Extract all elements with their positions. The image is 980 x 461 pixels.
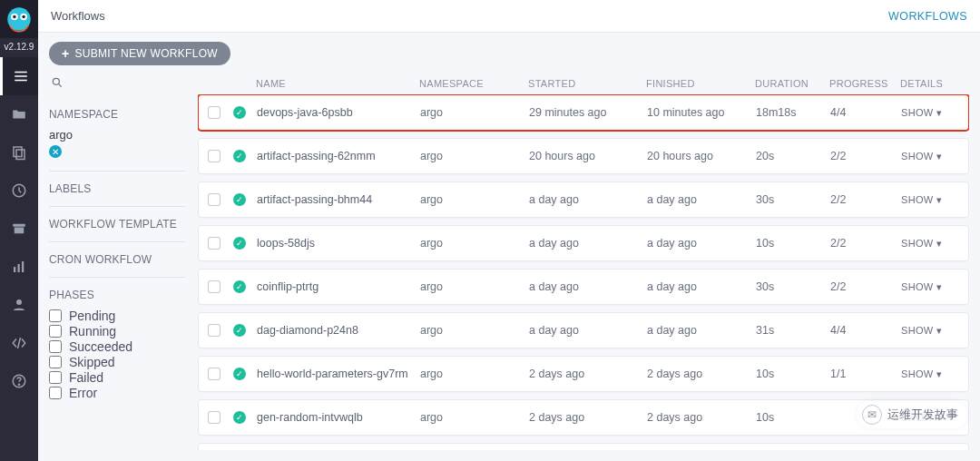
divider (49, 277, 185, 278)
phase-checkbox[interactable] (49, 309, 62, 322)
row-show-button[interactable]: SHOW ▾ (901, 107, 957, 119)
row-checkbox[interactable] (208, 150, 220, 162)
workflow-table: NAME NAMESPACE STARTED FINISHED DURATION… (198, 73, 969, 450)
svg-point-16 (16, 299, 22, 305)
svg-rect-11 (13, 224, 25, 227)
svg-rect-15 (22, 261, 24, 272)
template-title: WORKFLOW TEMPLATE (49, 218, 185, 230)
toolbar: + SUBMIT NEW WORKFLOW (38, 33, 980, 73)
phase-checkbox[interactable] (49, 387, 62, 399)
row-namespace: argo (420, 368, 529, 380)
nav-cron[interactable] (0, 172, 38, 210)
namespace-remove-icon[interactable]: ✕ (49, 145, 62, 158)
row-checkbox[interactable] (208, 411, 220, 424)
table-row[interactable]: ✓ coinflip-ptrtg argo a day ago a day ag… (198, 269, 969, 305)
row-name: loops-58djs (257, 237, 420, 250)
row-name: hello-world-parameters-gv7rm (257, 368, 420, 380)
svg-rect-14 (18, 264, 20, 272)
row-checkbox[interactable] (208, 237, 220, 250)
row-duration: 10s (756, 237, 830, 250)
workflows-link[interactable]: WORKFLOWS (888, 10, 967, 23)
status-success-icon: ✓ (233, 106, 246, 119)
row-started: a day ago (529, 237, 647, 250)
status-success-icon: ✓ (233, 324, 246, 337)
col-progress: PROGRESS (829, 78, 900, 89)
row-duration: 30s (756, 193, 830, 206)
row-checkbox[interactable] (208, 193, 220, 206)
svg-rect-9 (16, 150, 24, 160)
row-show-button[interactable]: SHOW ▾ (901, 281, 957, 293)
svg-line-20 (58, 83, 61, 86)
svg-rect-8 (14, 147, 22, 157)
nav-archive[interactable] (0, 210, 38, 248)
row-progress: 4/4 (830, 324, 901, 337)
nav-api[interactable] (0, 324, 38, 362)
row-show-button[interactable]: SHOW ▾ (901, 325, 957, 337)
row-checkbox[interactable] (208, 368, 220, 380)
row-name: coinflip-ptrtg (257, 280, 420, 293)
table-row[interactable]: ✓ gen-random-intvwqlb argo 2 days ago 2 … (198, 399, 969, 436)
row-name: devops-java-6psbb (257, 106, 420, 119)
row-started: 29 minutes ago (529, 106, 647, 119)
phase-item[interactable]: Pending (49, 309, 185, 323)
table-row[interactable]: ✓ k8s-owner-referenceli2xt argo 2 days a… (198, 443, 969, 450)
row-show-button[interactable]: SHOW ▾ (901, 151, 957, 162)
phase-item[interactable]: Running (49, 324, 185, 338)
status-success-icon: ✓ (233, 411, 246, 424)
phase-checkbox[interactable] (49, 356, 62, 368)
row-show-button[interactable]: SHOW ▾ (901, 194, 957, 206)
phase-item[interactable]: Failed (49, 370, 185, 385)
phase-checkbox[interactable] (49, 340, 62, 353)
row-finished: 10 minutes ago (647, 106, 756, 119)
table-row[interactable]: ✓ artifact-passing-bhm44 argo a day ago … (198, 181, 969, 218)
table-row[interactable]: ✓ devops-java-6psbb argo 29 minutes ago … (198, 94, 969, 131)
row-show-button[interactable]: SHOW ▾ (901, 238, 957, 250)
nav-user[interactable] (0, 286, 38, 324)
row-checkbox[interactable] (208, 106, 220, 119)
row-progress: 2/2 (830, 150, 901, 162)
namespace-tag: argo ✕ (49, 128, 185, 158)
nav-help[interactable] (0, 362, 38, 400)
row-name: artifact-passing-bhm44 (257, 193, 420, 206)
phase-label: Skipped (69, 355, 115, 369)
row-started: a day ago (529, 324, 647, 337)
phase-label: Running (69, 324, 116, 338)
caret-down-icon: ▾ (936, 238, 942, 250)
search-icon[interactable] (51, 76, 185, 92)
namespace-title: NAMESPACE (49, 108, 185, 121)
table-row[interactable]: ✓ loops-58djs argo a day ago a day ago 1… (198, 225, 969, 261)
row-started: a day ago (529, 280, 647, 293)
nav-reports[interactable] (0, 248, 38, 286)
nav-folder[interactable] (0, 95, 38, 133)
row-name: dag-diamond-p24n8 (257, 324, 420, 337)
col-duration: DURATION (755, 78, 829, 89)
phase-item[interactable]: Error (49, 386, 185, 400)
row-show-button[interactable]: SHOW ▾ (901, 412, 957, 424)
table-row[interactable]: ✓ dag-diamond-p24n8 argo a day ago a day… (198, 312, 969, 348)
phase-checkbox[interactable] (49, 325, 62, 338)
row-progress: 4/4 (830, 106, 901, 119)
row-checkbox[interactable] (208, 280, 220, 293)
nav-workflows[interactable] (0, 57, 38, 95)
submit-workflow-button[interactable]: + SUBMIT NEW WORKFLOW (49, 42, 230, 65)
col-started: STARTED (528, 78, 646, 89)
table-row[interactable]: ✓ artifact-passing-62nmm argo 20 hours a… (198, 138, 969, 174)
row-checkbox[interactable] (208, 324, 220, 337)
submit-workflow-label: SUBMIT NEW WORKFLOW (74, 47, 217, 60)
phase-checkbox[interactable] (49, 371, 62, 384)
phase-item[interactable]: Skipped (49, 355, 185, 369)
row-namespace: argo (420, 280, 529, 293)
table-row[interactable]: ✓ hello-world-parameters-gv7rm argo 2 da… (198, 356, 969, 392)
status-success-icon: ✓ (233, 237, 246, 250)
row-started: 2 days ago (529, 368, 647, 380)
caret-down-icon: ▾ (936, 194, 942, 206)
row-finished: a day ago (647, 280, 756, 293)
caret-down-icon: ▾ (936, 151, 942, 162)
phase-item[interactable]: Succeeded (49, 339, 185, 354)
col-namespace: NAMESPACE (419, 78, 528, 89)
row-finished: 20 hours ago (647, 150, 756, 162)
row-show-button[interactable]: SHOW ▾ (901, 368, 957, 380)
argo-logo (0, 0, 38, 38)
nav-templates[interactable] (0, 133, 38, 172)
topbar: Workflows WORKFLOWS (38, 0, 980, 33)
